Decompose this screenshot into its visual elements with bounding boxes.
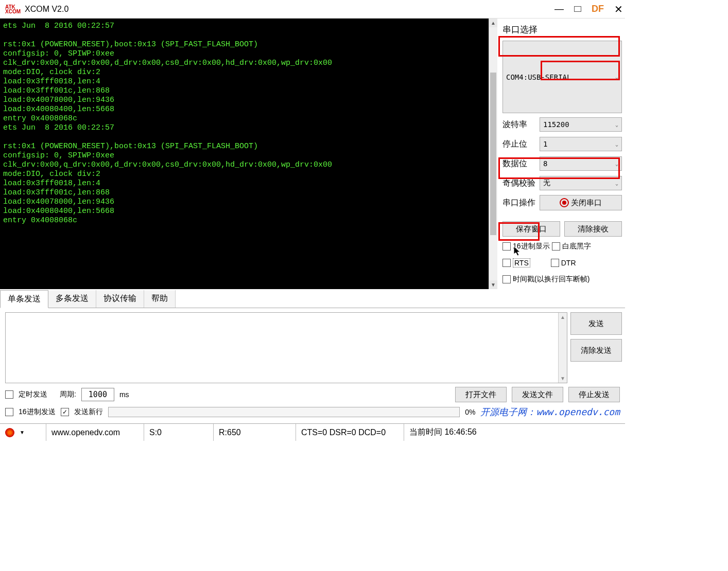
tab-multi-send[interactable]: 多条发送 [48,290,96,308]
scroll-up-icon[interactable]: ▲ [489,19,497,27]
maximize-button[interactable] [574,6,581,12]
newline-label: 发送新行 [74,407,103,417]
progress-percent: 0% [465,408,475,416]
df-badge: DF [592,4,604,14]
ms-label: ms [119,390,129,399]
chevron-down-icon: ⌄ [615,181,618,186]
send-scrollbar[interactable]: ▲▼ [558,313,567,383]
rts-label: RTS [513,258,530,267]
tab-bar: 单条发送 多条发送 协议传输 帮助 [0,290,625,308]
scroll-down-icon[interactable]: ▼ [489,280,497,289]
stopbits-value: 1 [543,140,547,148]
baud-value: 115200 [543,120,569,129]
hex-send-label: 16进制发送 [19,407,56,417]
status-dropdown-icon[interactable]: ▼ [20,430,25,435]
chevron-down-icon: ⌄ [615,161,618,167]
save-window-button[interactable]: 保存窗口 [502,221,560,237]
parity-label: 奇偶校验 [502,178,535,189]
hex-display-checkbox[interactable] [502,242,511,251]
timed-send-checkbox[interactable] [5,390,13,399]
dtr-checkbox[interactable] [551,259,559,267]
scroll-thumb[interactable] [490,73,496,235]
minimize-button[interactable]: — [554,4,564,14]
chevron-down-icon: ⌄ [615,122,618,128]
port-value: COM4:USB-SERIAL [506,73,571,81]
hex-send-checkbox[interactable] [5,408,13,416]
status-sent: S:0 [144,424,214,441]
newline-checkbox[interactable] [61,408,69,416]
dtr-label: DTR [561,259,576,267]
side-panel: 串口选择 COM4:USB-SERIAL ⌄ 波特率 115200 ⌄ 停止位 … [497,19,625,289]
status-url[interactable]: www.openedv.com [46,424,144,441]
status-time: 当前时间 16:46:56 [404,424,625,441]
baud-label: 波特率 [502,119,535,130]
close-port-label: 关闭串口 [571,198,602,208]
baud-select[interactable]: 115200 ⌄ [540,117,622,132]
port-section-title: 串口选择 [502,24,622,35]
status-record-icon[interactable] [5,428,14,437]
send-button[interactable]: 发送 [570,312,622,335]
terminal-output[interactable]: ets Jun 8 2016 00:22:57 rst:0x1 (POWERON… [0,19,489,289]
period-input[interactable] [81,388,114,401]
tab-protocol[interactable]: 协议传输 [96,290,144,308]
status-bar: ▼ www.openedv.com S:0 R:650 CTS=0 DSR=0 … [0,423,625,441]
port-op-label: 串口操作 [502,198,535,208]
send-file-button[interactable]: 发送文件 [512,387,563,402]
close-button[interactable]: ✕ [614,3,623,15]
footer-link[interactable]: 开源电子网：www.openedv.com [480,406,620,418]
parity-select[interactable]: 无 ⌄ [540,176,622,190]
titlebar: ATKXCOM XCOM V2.0 — DF ✕ [0,0,625,19]
white-bg-checkbox[interactable] [552,242,560,251]
timed-send-label: 定时发送 [19,390,47,399]
port-select[interactable]: COM4:USB-SERIAL ⌄ [502,41,622,113]
record-icon [560,198,569,207]
terminal-scrollbar[interactable]: ▲ ▼ [489,19,497,289]
close-port-button[interactable]: 关闭串口 [540,195,622,210]
period-label: 周期: [60,390,76,399]
rts-checkbox[interactable] [502,259,511,267]
tab-help[interactable]: 帮助 [144,290,176,308]
clear-recv-button[interactable]: 清除接收 [564,221,622,237]
progress-bar [108,407,460,417]
clear-send-button[interactable]: 清除发送 [570,339,622,362]
chevron-down-icon: ⌄ [615,74,618,80]
stop-send-button[interactable]: 停止发送 [568,387,620,402]
parity-value: 无 [543,179,550,188]
databits-select[interactable]: 8 ⌄ [540,156,622,171]
terminal-area: ets Jun 8 2016 00:22:57 rst:0x1 (POWERON… [0,19,497,289]
timestamp-checkbox[interactable] [502,275,511,283]
databits-value: 8 [543,159,547,168]
window-title: XCOM V2.0 [25,5,554,14]
send-textarea[interactable]: ▲▼ [5,312,567,383]
chevron-down-icon: ⌄ [615,141,618,147]
stopbits-label: 停止位 [502,139,535,150]
hex-display-label: 16进制显示 [513,242,550,251]
white-bg-label: 白底黑字 [562,242,591,251]
timestamp-label: 时间戳(以换行回车断帧) [513,275,590,284]
app-logo: ATKXCOM [5,5,21,14]
tab-single-send[interactable]: 单条发送 [0,290,48,308]
status-recv: R:650 [214,424,296,441]
stopbits-select[interactable]: 1 ⌄ [540,137,622,151]
databits-label: 数据位 [502,158,535,169]
status-flags: CTS=0 DSR=0 DCD=0 [296,424,404,441]
open-file-button[interactable]: 打开文件 [455,387,507,402]
